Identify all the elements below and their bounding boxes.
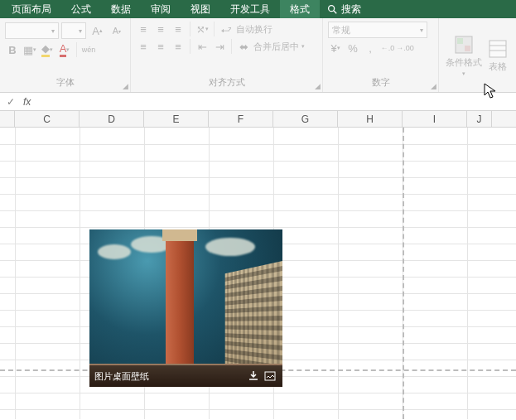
cell-grid[interactable]: 图片桌面壁纸 xyxy=(0,128,516,419)
conditional-format-button[interactable]: 条件格式 ▾ xyxy=(444,35,484,77)
image-overlay-bar: 图片桌面壁纸 xyxy=(89,365,282,387)
font-dialog-launcher[interactable]: ◢ xyxy=(123,82,128,90)
font-size-dropdown[interactable]: ▾ xyxy=(61,22,86,39)
number-group-label: 数字 xyxy=(328,75,433,90)
col-header-E[interactable]: E xyxy=(144,111,209,127)
font-family-dropdown[interactable]: ▾ xyxy=(5,22,59,39)
embedded-picture[interactable]: 图片桌面壁纸 xyxy=(89,229,282,387)
align-top-icon[interactable]: ≡ xyxy=(136,22,151,36)
ribbon-group-font: ▾ ▾ A▴ A▾ B ▦▾ ◆▾ A▾ wén 字体 ◢ xyxy=(0,18,131,92)
tab-review[interactable]: 审阅 xyxy=(141,0,181,18)
tab-view[interactable]: 视图 xyxy=(181,0,220,18)
align-bottom-icon[interactable]: ≡ xyxy=(171,22,186,36)
ribbon-group-number: 常规▾ ¥▾ % , ←.0 →.00 数字 ◢ xyxy=(323,18,439,92)
table-style-icon xyxy=(488,39,508,59)
align-left-icon[interactable]: ≡ xyxy=(136,39,151,54)
col-header-F[interactable]: F xyxy=(209,111,273,127)
bold-icon[interactable]: B xyxy=(5,42,20,57)
tab-data[interactable]: 数据 xyxy=(101,0,141,18)
set-wallpaper-icon[interactable] xyxy=(263,369,277,384)
ribbon: ▾ ▾ A▴ A▾ B ▦▾ ◆▾ A▾ wén 字体 ◢ ≡ ≡ ≡ xyxy=(0,18,516,93)
col-header-C[interactable]: C xyxy=(15,111,80,127)
formula-accept-icon[interactable]: ✓ xyxy=(7,96,15,108)
alignment-group-label: 对齐方式 xyxy=(136,75,317,90)
decrease-decimal-icon[interactable]: →.00 xyxy=(398,41,412,56)
fill-color-icon[interactable]: ◆▾ xyxy=(40,42,55,57)
svg-rect-3 xyxy=(457,38,463,44)
increase-indent-icon[interactable]: ⇥ xyxy=(212,39,227,54)
merge-center-icon[interactable]: ⬌ xyxy=(236,39,251,54)
increase-decimal-icon[interactable]: ←.0 xyxy=(380,41,395,56)
align-right-icon[interactable]: ≡ xyxy=(171,39,186,54)
comma-icon[interactable]: , xyxy=(363,41,378,56)
col-header-H[interactable]: H xyxy=(338,111,403,127)
svg-line-1 xyxy=(334,11,337,14)
column-header-row: C D E F G H I J xyxy=(0,111,516,128)
select-all-corner[interactable] xyxy=(0,111,15,127)
alignment-dialog-launcher[interactable]: ◢ xyxy=(315,82,321,90)
wrap-text-icon[interactable]: ⮐ xyxy=(219,22,234,36)
align-center-icon[interactable]: ≡ xyxy=(153,39,168,54)
ribbon-group-alignment: ≡ ≡ ≡ ⤲▾ ⮐ 自动换行 ≡ ≡ ≡ ⇤ ⇥ ⬌ 合并后居中 ▾ xyxy=(131,18,323,92)
formula-bar: ✓ fx xyxy=(0,93,516,111)
decrease-indent-icon[interactable]: ⇤ xyxy=(195,39,210,54)
tab-formulas[interactable]: 公式 xyxy=(61,0,101,18)
number-dialog-launcher[interactable]: ◢ xyxy=(431,82,436,90)
border-icon[interactable]: ▦▾ xyxy=(22,42,37,57)
decrease-font-icon[interactable]: A▾ xyxy=(109,22,125,40)
increase-font-icon[interactable]: A▴ xyxy=(89,22,105,40)
font-color-icon[interactable]: A▾ xyxy=(57,42,72,57)
download-icon[interactable] xyxy=(246,369,261,384)
svg-point-0 xyxy=(329,6,335,12)
ribbon-tab-bar: 页面布局 公式 数据 审阅 视图 开发工具 格式 搜索 xyxy=(0,0,516,18)
tab-format[interactable]: 格式 xyxy=(280,0,320,18)
number-format-dropdown[interactable]: 常规▾ xyxy=(328,22,427,38)
font-group-label: 字体 xyxy=(5,75,125,90)
image-caption: 图片桌面壁纸 xyxy=(94,370,244,383)
search-label: 搜索 xyxy=(341,2,361,17)
search-area[interactable]: 搜索 xyxy=(326,2,361,17)
ribbon-group-styles: 条件格式 ▾ 表格 xyxy=(439,18,516,92)
wrap-text-label[interactable]: 自动换行 xyxy=(236,23,272,36)
phonetic-icon[interactable]: wén xyxy=(81,42,96,57)
tab-page-layout[interactable]: 页面布局 xyxy=(2,0,61,18)
col-header-G[interactable]: G xyxy=(273,111,338,127)
svg-rect-5 xyxy=(489,41,506,57)
percent-icon[interactable]: % xyxy=(345,41,360,56)
orientation-icon[interactable]: ⤲▾ xyxy=(195,22,210,36)
conditional-format-icon xyxy=(454,35,474,55)
currency-icon[interactable]: ¥▾ xyxy=(328,41,343,56)
col-header-D[interactable]: D xyxy=(80,111,144,127)
col-header-I[interactable]: I xyxy=(403,111,467,127)
search-icon xyxy=(326,3,338,15)
table-style-button[interactable]: 表格 xyxy=(486,39,509,73)
fx-icon[interactable]: fx xyxy=(23,96,31,108)
col-header-J[interactable]: J xyxy=(467,111,492,127)
merge-center-label[interactable]: 合并后居中 xyxy=(253,41,299,53)
align-middle-icon[interactable]: ≡ xyxy=(153,22,168,36)
tab-developer[interactable]: 开发工具 xyxy=(220,0,280,18)
svg-rect-4 xyxy=(465,46,470,51)
page-break-vertical xyxy=(403,128,404,419)
